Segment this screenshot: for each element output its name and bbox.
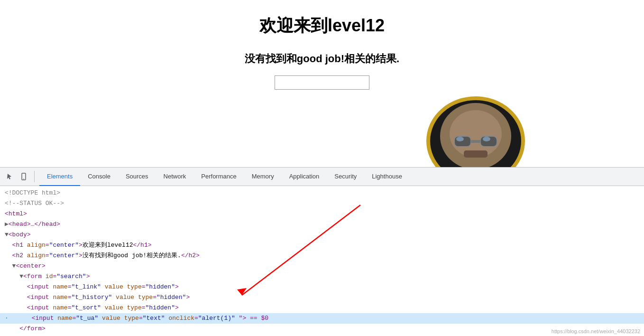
collapse-body-icon[interactable]: ▼: [5, 231, 9, 238]
tab-application[interactable]: Application: [282, 167, 327, 186]
code-line-5: ▼<body>: [0, 230, 644, 240]
expand-head-icon[interactable]: ▶: [5, 221, 9, 228]
svg-point-7: [456, 137, 464, 141]
cursor-icon[interactable]: [4, 171, 15, 182]
tab-lighthouse[interactable]: Lighthouse: [364, 167, 410, 186]
code-line-1: <!DOCTYPE html>: [0, 188, 644, 198]
tab-console[interactable]: Console: [80, 167, 118, 186]
webpage-preview: 欢迎来到level12 没有找到和good job!相关的结果.: [0, 0, 644, 167]
code-line-15: </center>: [0, 334, 644, 336]
code-input-thistory: <input name="t_history" value type="hidd…: [27, 294, 190, 301]
code-line-4: ▶<head>…</head>: [0, 219, 644, 230]
tab-sources[interactable]: Sources: [118, 167, 156, 186]
devtools-tabs: Elements Console Sources Network Perform…: [39, 167, 410, 186]
code-h2-close: </h2>: [181, 252, 200, 259]
svg-rect-9: [464, 150, 488, 158]
code-line-10: <input name="t_link" value type="hidden"…: [0, 282, 644, 292]
code-input-tsort: <input name="t_sort" value type="hidden"…: [27, 304, 179, 311]
code-line-13[interactable]: · <input name="t_ua" value type="text" o…: [0, 313, 644, 324]
tab-security[interactable]: Security: [327, 167, 364, 186]
code-html-tag: <html>: [5, 210, 27, 217]
code-head-tag: <head>…</head>: [9, 221, 60, 228]
code-h2-tag: <h2 align="center">: [12, 252, 83, 259]
code-line-6: <h1 align="center">欢迎来到level12</h1>: [0, 240, 644, 251]
code-status-comment: <!--STATUS OK-->: [5, 200, 64, 207]
search-container: [275, 75, 369, 90]
tab-elements[interactable]: Elements: [39, 167, 80, 186]
code-form-tag: <form id="search">: [23, 273, 90, 280]
code-h1-close: </h1>: [133, 242, 152, 249]
collapse-form-icon[interactable]: ▼: [19, 273, 23, 280]
code-h1-content: 欢迎来到level12: [83, 242, 133, 249]
page-title: 欢迎来到level12: [259, 14, 385, 37]
devtools-icon-group: [4, 171, 35, 182]
tab-performance[interactable]: Performance: [193, 167, 244, 186]
code-line-11: <input name="t_history" value type="hidd…: [0, 292, 644, 303]
code-line-2: <!--STATUS OK-->: [0, 198, 644, 209]
mobile-icon[interactable]: [18, 171, 29, 182]
code-doctype: <!DOCTYPE html>: [5, 189, 60, 196]
code-h2-content: 没有找到和good job!相关的结果.: [83, 252, 181, 259]
code-line-7: <h2 align="center">没有找到和good job!相关的结果.<…: [0, 251, 644, 261]
page-subtitle: 没有找到和good job!相关的结果.: [245, 52, 399, 66]
svg-rect-6: [471, 140, 480, 143]
code-form-close: </form>: [19, 325, 46, 332]
code-line-8: ▼<center>: [0, 261, 644, 271]
code-line-14: </form>: [0, 324, 644, 334]
code-line-12: <input name="t_sort" value type="hidden"…: [0, 303, 644, 313]
character-image: [426, 84, 525, 167]
devtools-elements-panel: <!DOCTYPE html> <!--STATUS OK--> <html> …: [0, 186, 644, 336]
tab-network[interactable]: Network: [156, 167, 194, 186]
devtools-toolbar: Elements Console Sources Network Perform…: [0, 167, 644, 186]
svg-point-11: [23, 178, 24, 179]
code-line-3: <html>: [0, 209, 644, 219]
code-line-9: ▼<form id="search">: [0, 271, 644, 282]
code-line-13-marker: ·: [5, 314, 9, 323]
search-input[interactable]: [275, 75, 369, 90]
code-h1-tag: <h1 align="center">: [12, 242, 83, 249]
watermark: https://blog.csdn.net/weixin_44032232: [552, 328, 640, 334]
code-body-tag: <body>: [9, 231, 31, 238]
code-input-tua: <input name="t_ua" value type="text" onc…: [32, 314, 268, 323]
svg-point-8: [483, 137, 490, 141]
code-center-tag: <center>: [16, 262, 45, 270]
code-input-tlink: <input name="t_link" value type="hidden"…: [27, 283, 179, 290]
tab-memory[interactable]: Memory: [244, 167, 282, 186]
